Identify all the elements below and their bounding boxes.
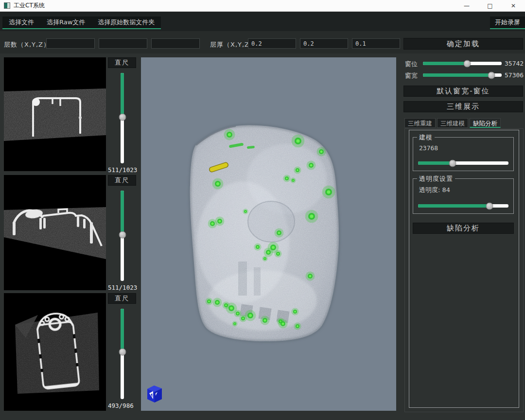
- slider-fill: [121, 73, 124, 117]
- modeling-groupbox: 建模 23768: [413, 137, 514, 171]
- slider-knob[interactable]: [119, 231, 126, 239]
- titlebar: 工业CT系统 — □ ✕: [0, 0, 525, 12]
- thickness-z-input[interactable]: [352, 38, 400, 49]
- start-record-button[interactable]: 开始录屏: [490, 17, 525, 28]
- ct-slice-image-middle[interactable]: [4, 175, 106, 290]
- tab-defect-analysis[interactable]: 缺陷分析: [470, 118, 501, 128]
- confirm-load-button[interactable]: 确定加载: [403, 38, 523, 50]
- thickness-x-input[interactable]: [248, 38, 296, 49]
- parameter-row: 层数（X,Y,Z） 层厚（X,Y,Z） 确定加载: [0, 31, 525, 53]
- window-level-label: 窗位: [405, 60, 418, 69]
- close-button[interactable]: ✕: [502, 0, 525, 12]
- window-width-slider[interactable]: [423, 73, 502, 77]
- layers-x-input[interactable]: [46, 38, 95, 49]
- cube-logo-icon: [147, 385, 162, 402]
- slider-fill: [423, 62, 467, 65]
- select-raw-file-button[interactable]: 选择Raw文件: [40, 17, 91, 28]
- layers-y-input[interactable]: [99, 38, 147, 49]
- ruler-button-middle[interactable]: 直尺: [108, 175, 136, 186]
- slice-slider-top[interactable]: [121, 73, 124, 163]
- window-level-slider[interactable]: [423, 62, 502, 65]
- right-panel: 窗位 35742 窗宽 57306 默认窗宽-窗位 三维展示 三维重建 三维建模…: [403, 53, 525, 418]
- opacity-group-title: 透明度设置: [417, 175, 455, 183]
- slider-fill: [121, 191, 124, 235]
- viewport-3d[interactable]: [141, 57, 396, 411]
- ruler-button-bottom[interactable]: 直尺: [108, 293, 136, 304]
- thickness-y-input[interactable]: [300, 38, 348, 49]
- window-width-row: 窗宽 57306: [403, 71, 525, 79]
- layers-label: 层数（X,Y,Z）: [4, 40, 50, 49]
- slider-knob[interactable]: [119, 114, 126, 121]
- opacity-value-label: 透明度: 84: [419, 186, 450, 194]
- ct-slice-image-top[interactable]: [4, 57, 106, 171]
- slice-slider-middle[interactable]: [121, 191, 124, 281]
- window-level-value: 35742: [505, 60, 525, 67]
- select-raw-folder-button[interactable]: 选择原始数据文件夹: [91, 17, 161, 28]
- opacity-slider[interactable]: [418, 204, 508, 208]
- select-file-button[interactable]: 选择文件: [2, 17, 40, 28]
- slider-fill: [121, 309, 124, 352]
- display-3d-button[interactable]: 三维展示: [403, 101, 523, 112]
- modeling-group-title: 建模: [417, 133, 435, 142]
- slider-knob[interactable]: [119, 349, 126, 356]
- tab-bar: 三维重建 三维建模 缺陷分析: [404, 118, 501, 128]
- slider-fill: [418, 204, 490, 208]
- slice-control-top: 直尺 511/1023: [107, 57, 139, 174]
- file-menu-strip: 选择文件 选择Raw文件 选择原始数据文件夹: [2, 17, 161, 29]
- slider-knob[interactable]: [463, 60, 471, 67]
- slice-control-middle: 直尺 511/1023: [107, 175, 139, 293]
- modeling-value: 23768: [419, 144, 438, 152]
- tab-3d-modeling[interactable]: 三维建模: [437, 118, 468, 128]
- tab-3d-reconstruction[interactable]: 三维重建: [404, 118, 436, 128]
- layers-z-input[interactable]: [151, 38, 200, 49]
- opacity-groupbox: 透明度设置 透明度: 84: [413, 178, 514, 214]
- ct-slice-image-bottom[interactable]: [4, 293, 106, 411]
- slider-fill: [418, 161, 453, 165]
- window-level-row: 窗位 35742: [403, 59, 525, 67]
- slice-position-bottom: 493/986: [108, 402, 139, 409]
- slider-knob[interactable]: [488, 71, 495, 79]
- slice-control-bottom: 直尺 493/986: [107, 293, 139, 411]
- tab-panel: [409, 130, 519, 408]
- maximize-button[interactable]: □: [478, 0, 502, 12]
- window-width-label: 窗宽: [405, 71, 418, 80]
- menubar: 选择文件 选择Raw文件 选择原始数据文件夹 开始录屏: [0, 12, 525, 31]
- record-strip: 开始录屏: [490, 17, 525, 29]
- modeling-slider[interactable]: [418, 161, 508, 165]
- minimize-button[interactable]: —: [455, 0, 478, 12]
- slider-knob[interactable]: [449, 159, 456, 167]
- window-controls: — □ ✕: [455, 0, 525, 12]
- default-window-button[interactable]: 默认窗宽-窗位: [403, 86, 523, 97]
- window-title: 工业CT系统: [14, 1, 45, 10]
- ruler-button-top[interactable]: 直尺: [108, 57, 136, 68]
- slider-knob[interactable]: [486, 202, 493, 210]
- slice-position-top: 511/1023: [108, 166, 139, 174]
- slider-fill: [423, 73, 491, 77]
- app-icon: [4, 2, 10, 9]
- window-width-value: 57306: [505, 71, 525, 79]
- app-window: 工业CT系统 — □ ✕ 选择文件 选择Raw文件 选择原始数据文件夹 开始录屏…: [0, 0, 525, 420]
- slice-position-middle: 511/1023: [108, 284, 139, 291]
- slice-slider-bottom[interactable]: [121, 309, 124, 399]
- defect-analysis-button[interactable]: 缺陷分析: [413, 223, 514, 234]
